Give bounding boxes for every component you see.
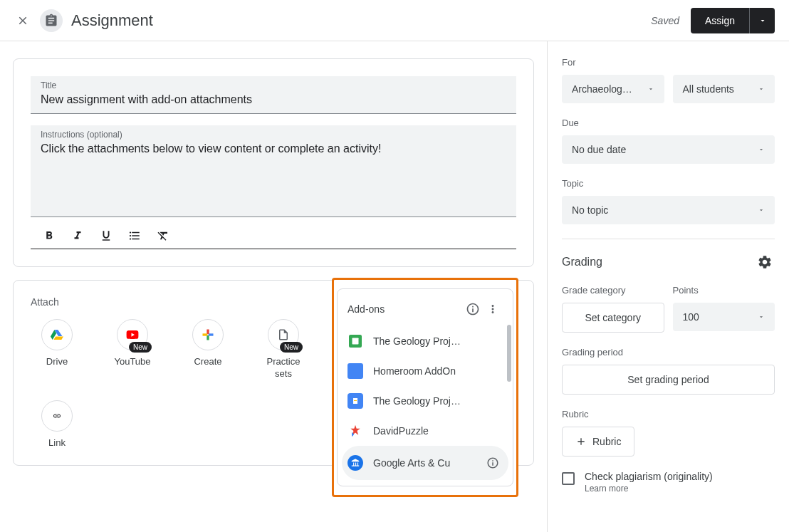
addon-geology2-icon	[351, 396, 360, 406]
addon-info-button[interactable]	[483, 453, 503, 473]
bold-icon	[43, 229, 56, 242]
attach-youtube-label: YouTube	[106, 356, 159, 368]
svg-rect-2	[203, 333, 208, 335]
grading-period-label: Grading period	[562, 347, 775, 358]
set-grading-period-button[interactable]: Set grading period	[562, 365, 775, 395]
assign-dropdown[interactable]	[749, 8, 775, 33]
due-value: No due date	[572, 144, 626, 155]
saved-status: Saved	[651, 15, 679, 26]
attach-drive[interactable]: Drive	[31, 319, 83, 380]
caret-down-icon	[758, 313, 765, 320]
new-badge: New	[129, 342, 152, 353]
caret-down-icon	[758, 85, 765, 93]
addon-item-hover[interactable]: Google Arts & Cu	[342, 446, 508, 480]
addon-label: The Geology Proj…	[373, 335, 503, 347]
addon-label: Google Arts & Cu	[373, 457, 473, 469]
addon-homeroom-icon	[348, 363, 363, 379]
drive-icon	[49, 328, 65, 342]
underline-button[interactable]	[98, 223, 115, 249]
addon-arts-icon	[350, 458, 360, 468]
caret-down-icon	[758, 16, 767, 25]
addon-label: The Geology Proj…	[373, 395, 503, 407]
attach-link-label: Link	[31, 437, 83, 449]
instructions-input[interactable]: Click the attachments below to view cont…	[41, 141, 506, 160]
students-dropdown[interactable]: All students	[673, 75, 775, 103]
due-label: Due	[562, 118, 775, 128]
title-label: Title	[41, 80, 506, 90]
svg-rect-1	[207, 335, 209, 340]
addons-more-button[interactable]	[483, 299, 503, 319]
svg-rect-0	[207, 330, 209, 335]
link-icon	[49, 412, 65, 420]
due-date-dropdown[interactable]: No due date	[562, 135, 775, 164]
italic-button[interactable]	[69, 223, 86, 249]
italic-icon	[71, 229, 84, 242]
addon-label: DavidPuzzle	[373, 425, 503, 437]
instructions-label: Instructions (optional)	[41, 130, 506, 140]
addon-item[interactable]: Homeroom AddOn	[338, 356, 513, 386]
rubric-button[interactable]: Rubric	[562, 427, 634, 457]
attach-create-label: Create	[182, 356, 234, 368]
sidebar: For Archaeology … All students Due No du…	[547, 41, 789, 532]
attach-practice-sets[interactable]: New Practice sets	[257, 319, 310, 380]
learn-more-link[interactable]: Learn more	[585, 484, 713, 494]
topic-dropdown[interactable]: No topic	[562, 196, 775, 224]
assign-button[interactable]: Assign	[691, 8, 749, 33]
attach-create[interactable]: Create	[182, 319, 234, 380]
topic-value: No topic	[572, 204, 608, 216]
addon-item[interactable]: The Geology Proj…	[338, 326, 513, 356]
scrollbar[interactable]	[507, 325, 511, 382]
bold-button[interactable]	[41, 223, 58, 249]
addons-panel-highlight: Add-ons The Geology Proj… Homeroom AddOn…	[332, 278, 518, 497]
caret-down-icon	[758, 207, 765, 214]
addons-info-button[interactable]	[463, 299, 483, 319]
format-toolbar	[31, 217, 516, 249]
page-title: Assignment	[71, 11, 153, 30]
attach-practice-label: Practice sets	[257, 356, 310, 380]
assignment-card: Title Instructions (optional) Click the …	[13, 58, 534, 267]
plagiarism-label: Check plagiarism (originality)	[585, 471, 713, 482]
top-bar: Assignment Saved Assign	[0, 0, 789, 41]
for-label: For	[562, 57, 775, 68]
bulleted-list-button[interactable]	[126, 223, 143, 249]
title-input[interactable]	[41, 92, 506, 110]
clear-format-button[interactable]	[155, 223, 172, 249]
instructions-field-wrap[interactable]: Instructions (optional) Click the attach…	[31, 125, 516, 217]
attach-youtube[interactable]: New YouTube	[106, 319, 159, 380]
close-button[interactable]	[14, 12, 31, 29]
rubric-label: Rubric	[562, 409, 775, 419]
list-icon	[128, 229, 141, 242]
points-dropdown[interactable]: 100	[673, 303, 775, 331]
addon-item[interactable]: DavidPuzzle	[338, 416, 513, 446]
addon-item[interactable]: The Geology Proj…	[338, 386, 513, 416]
info-icon	[466, 302, 480, 316]
addon-puzzle-icon	[348, 424, 362, 438]
students-value: All students	[683, 83, 734, 95]
topic-label: Topic	[562, 178, 775, 189]
rubric-btn-label: Rubric	[592, 436, 621, 447]
addons-title: Add-ons	[348, 303, 463, 315]
clipboard-icon	[44, 14, 58, 28]
points-label: Points	[673, 285, 775, 296]
attach-drive-label: Drive	[31, 356, 83, 368]
addons-panel: Add-ons The Geology Proj… Homeroom AddOn…	[337, 288, 513, 486]
caret-down-icon	[758, 146, 765, 153]
underline-icon	[100, 229, 113, 242]
set-category-button[interactable]: Set category	[562, 303, 664, 333]
assignment-icon-circle	[40, 9, 63, 32]
plus-icon	[575, 436, 587, 447]
plagiarism-checkbox[interactable]	[562, 472, 575, 485]
points-value: 100	[683, 311, 699, 323]
plus-multicolor-icon	[201, 328, 215, 342]
grading-settings-button[interactable]	[755, 252, 775, 272]
attach-link[interactable]: Link	[31, 400, 83, 449]
clear-format-icon	[157, 229, 169, 242]
title-field-wrap[interactable]: Title	[31, 76, 516, 114]
class-dropdown[interactable]: Archaeology …	[562, 75, 664, 103]
addon-geology-icon	[349, 335, 362, 348]
addon-label: Homeroom AddOn	[373, 365, 503, 377]
grade-category-label: Grade category	[562, 285, 664, 296]
new-badge: New	[280, 342, 303, 353]
youtube-icon	[124, 328, 141, 341]
grading-title: Grading	[562, 256, 755, 268]
